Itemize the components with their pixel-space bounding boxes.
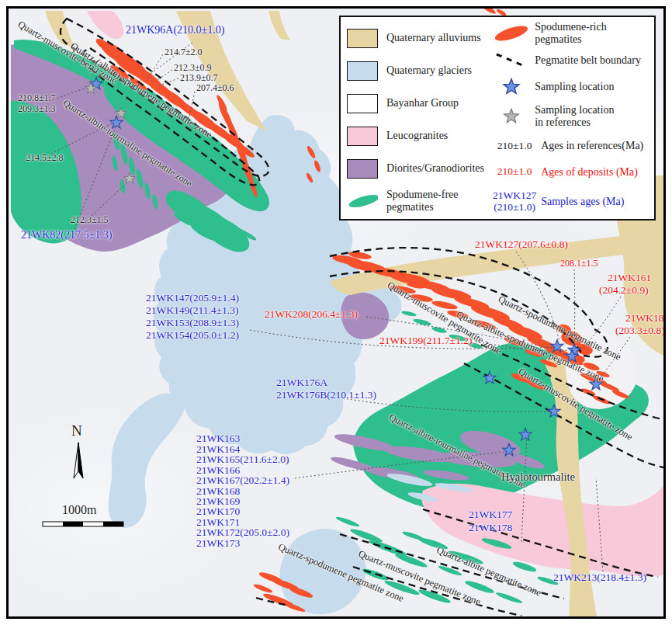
legend-item-spodumene-rich-pegmatites: Spodumene-rich pegmatites (491, 20, 654, 47)
diorite-swatch (347, 159, 378, 179)
legend-item-quaternary-alluviums: Quaternary alluviums (347, 22, 491, 54)
map-label-21wk177: 21WK177 (469, 509, 512, 521)
map-label-21wk178: 21WK178 (469, 522, 512, 534)
geological-map-figure: N1000mQuartz-muscovite-beryl zoneQuartz-… (0, 0, 672, 625)
legend-item-ages-of-deposits: 210±1.0 Ages of deposits (Ma) (491, 160, 654, 185)
leucogranite-swatch (347, 127, 378, 146)
map-label-21wk161b: (204.2±0.9) (599, 284, 649, 297)
map-label-21wk96a: 21WK96A(210.0±1.0) (126, 24, 224, 36)
map-label-21wk154: 21WK154(205.0±1.2) (146, 329, 239, 342)
legend-item-sampling-location-references: Sampling location in references (491, 100, 654, 133)
glacier-swatch (347, 61, 378, 81)
map-label-zone-spodumene-s: Quartz-spodumene pegmatite zone (276, 541, 405, 604)
belt-boundary-dash-icon (491, 50, 532, 71)
map-label-21wk181a: 21WK181 (625, 312, 664, 325)
map-label-zone-muscovite-e: Quartz-muscovite pegmatite zone (517, 366, 635, 443)
map-label-21wk181b: (203.3±0.8) (615, 325, 664, 337)
map-label-age-209-3: 209.3±1.3 (18, 104, 56, 115)
reference-age-sample: 210±1.0 (491, 141, 538, 152)
deposit-age-sample: 210±1.0 (491, 166, 538, 178)
map-label-21wk199: 21WK199(211.7±1.2) (379, 335, 472, 347)
map-label-21wk82: 21WK82(217.5±1.3) (21, 229, 112, 241)
legend-item-sampling-location: Sampling location (491, 74, 654, 100)
bayanhar-swatch (347, 94, 378, 113)
legend-item-spodumene-free-pegmatites: Spodumene-free pegmatites (347, 185, 491, 217)
map-label-age-214-7: 214.7±2.0 (165, 47, 203, 58)
legend: Quaternary alluviums Quaternary glaciers… (339, 16, 656, 220)
legend-item-diorites-granodiorites: Diorites/Granodiorites (347, 152, 491, 185)
legend-right-column: Spodumene-rich pegmatites Pegmatite belt… (491, 17, 654, 219)
legend-item-pegmatite-belt-boundary: Pegmatite belt boundary (491, 47, 654, 73)
map-label-zone-muscovite-beryl: Quartz-muscovite-beryl zone (16, 19, 120, 87)
map-label-scale-1000m: 1000m (62, 503, 96, 518)
legend-item-ages-in-references: 210±1.0 Ages in references(Ma) (491, 133, 654, 159)
legend-item-samples-ages: 21WK127 (210±1.0) Samples ages (Ma) (491, 185, 654, 219)
map-area: N1000mQuartz-muscovite-beryl zoneQuartz-… (8, 8, 664, 617)
map-label-21wk213: 21WK213(218.4±1.3) (553, 571, 646, 584)
spodumene-rich-lens-icon (491, 23, 532, 43)
sample-age-example: 21WK127 (210±1.0) (491, 190, 538, 214)
map-label-hyalotourmalite: Hyalotourmalite (501, 470, 575, 484)
map-label-21wk161a: 21WK161 (608, 272, 651, 284)
map-label-age-208-1: 208.1±1.5 (560, 259, 598, 269)
map-label-21wk176b: 21WK176B(210.1±1.3) (276, 389, 376, 401)
map-label-21wk127: 21WK127(207.6±0.8) (475, 238, 568, 251)
map-label-age-207-4: 207.4±0.6 (196, 83, 234, 94)
legend-item-quaternary-glaciers: Quaternary glaciers (347, 54, 491, 87)
map-label-zone-spodumene-e: Quartz-spodumene pegmatite zone (497, 293, 623, 363)
map-label-age-214-5: 214.5±2.8 (26, 153, 64, 164)
alluvium-swatch (347, 29, 378, 48)
legend-item-leucogranites: Leucogranites (347, 120, 491, 152)
map-label-21wk173: 21WK173 (196, 537, 240, 550)
map-label-21wk153: 21WK153(208.9±1.3) (146, 317, 239, 329)
spodumene-free-lens-icon (347, 192, 378, 210)
map-label-21wk176a: 21WK176A (276, 377, 327, 389)
map-label-n-letter: N (71, 422, 82, 439)
reference-star-icon (491, 106, 532, 127)
map-label-age-212-3b: 212.3±1.5 (71, 215, 109, 226)
map-label-21wk208: 21WK208(206.4±1.3) (265, 308, 358, 321)
legend-left-column: Quaternary alluviums Quaternary glaciers… (341, 17, 491, 219)
map-label-21wk149: 21WK149(211.4±1.3) (146, 304, 238, 317)
legend-item-bayanhar-group: Bayanhar Group (347, 87, 491, 120)
sampling-star-icon (491, 76, 532, 98)
map-label-age-210-8: 210.8±1.7 (18, 93, 56, 104)
map-label-21wk147: 21WK147(205.9±1.4) (146, 292, 239, 304)
